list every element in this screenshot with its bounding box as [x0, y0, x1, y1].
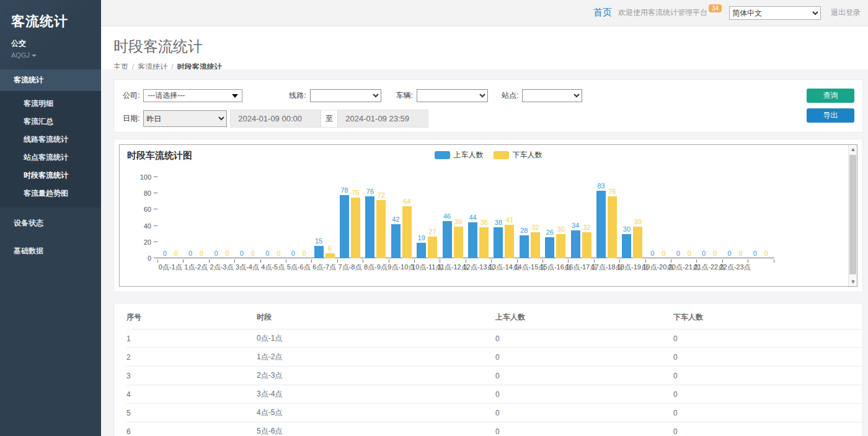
table-cell: 4点-5点 [257, 404, 495, 422]
chart-ylab: 80 [120, 190, 151, 197]
chart-dlab: 0 [292, 250, 317, 257]
table-panel: 序号时段上车人数下车人数 10点-1点0021点-2点0032点-3点0043点… [113, 303, 863, 436]
chart-panel: 时段车流统计图 上车人数下车人数 0204060801000点-1点1点-2点2… [113, 139, 863, 292]
chart-ytick [154, 193, 157, 193]
table-body: 10点-1点0021点-2点0032点-3点0043点-4点0054点-5点00… [126, 329, 862, 436]
table-cell: 0 [495, 348, 673, 367]
table-header-2: 上车人数 [495, 303, 673, 329]
chart-bar [402, 206, 412, 258]
org-code-dropdown[interactable]: AQGJ [11, 51, 90, 59]
chart-dlab: 64 [394, 198, 419, 205]
language-select[interactable]: 简体中文 [729, 6, 821, 20]
chart-bar [582, 232, 591, 258]
date-preset-select[interactable]: 昨日 [143, 110, 227, 127]
company-select[interactable]: ---请选择--- [143, 89, 242, 102]
chart-bar [596, 191, 606, 258]
chart-bar [365, 196, 374, 258]
scroll-up-arrow-icon[interactable]: ▲ [849, 145, 857, 154]
date-label: 日期: [123, 113, 140, 124]
station-label: 站点: [502, 90, 518, 101]
table-header-row: 序号时段上车人数下车人数 [126, 303, 862, 329]
notification-badge[interactable]: 34 [709, 4, 722, 12]
vehicle-select[interactable] [417, 89, 488, 102]
date-end-input[interactable] [338, 110, 428, 127]
sidebar-submenu: 客流明细客流汇总线路客流统计站点客流统计时段客流统计客流量趋势图 [0, 91, 101, 207]
station-select[interactable] [522, 89, 582, 102]
chart-bar [326, 253, 335, 258]
export-button[interactable]: 导出 [807, 108, 854, 123]
table-cell: 0 [673, 329, 862, 348]
chart-ylab: 100 [120, 173, 151, 181]
org-name: 公交 [11, 38, 90, 49]
sidebar-subitem-2[interactable]: 线路客流统计 [0, 131, 101, 149]
table-cell: 0 [673, 367, 862, 385]
table-cell: 3点-4点 [257, 385, 495, 404]
chart-dlab: 39 [626, 218, 650, 225]
chart-dlab: 32 [574, 224, 599, 231]
date-to-label: 至 [321, 110, 338, 127]
sidebar-item-0[interactable]: 客流统计 [0, 69, 101, 91]
chart-bar [520, 235, 529, 258]
chart-vertical-scrollbar[interactable]: ▲ ▼ [848, 145, 857, 286]
chart-ytick [154, 242, 157, 242]
table-cell: 0 [673, 348, 862, 367]
time-period-table: 序号时段上车人数下车人数 10点-1点0021点-2点0032点-3点0043点… [126, 303, 862, 436]
chart-bar [479, 227, 489, 258]
sidebar-subitem-0[interactable]: 客流明细 [0, 95, 101, 113]
company-label: 公司: [123, 90, 140, 101]
chart-xaxis [157, 258, 774, 258]
table-cell: 5 [126, 404, 257, 422]
table-cell: 0 [673, 422, 862, 436]
table-cell: 4 [126, 385, 257, 404]
table-header-0: 序号 [126, 303, 257, 329]
sidebar: 客流统计 公交 AQGJ 客流统计客流明细客流汇总线路客流统计站点客流统计时段客… [0, 0, 101, 436]
date-range-group: 至 [230, 110, 428, 128]
chart-dlab: 72 [369, 191, 394, 199]
table-cell: 6 [126, 422, 257, 436]
chart-dlab: 41 [497, 216, 522, 224]
sidebar-subitem-5[interactable]: 客流量趋势图 [0, 185, 101, 203]
table-row: 21点-2点00 [126, 348, 862, 367]
company-select-value: ---请选择--- [148, 90, 185, 101]
chart-bar [376, 200, 386, 258]
home-link[interactable]: 首页 [593, 7, 612, 19]
chart-ytick [154, 209, 157, 209]
sidebar-nav: 客流统计客流明细客流汇总线路客流统计站点客流统计时段客流统计客流量趋势图设备状态… [0, 69, 101, 263]
chart-xtick [774, 259, 774, 263]
chart-ytick [154, 225, 157, 226]
chart-bar [428, 237, 437, 258]
chart-ylab: 20 [120, 238, 151, 246]
table-cell: 1点-2点 [257, 348, 495, 367]
chart-bar [494, 227, 503, 258]
table-cell: 0 [495, 404, 673, 422]
table-header-3: 下车人数 [673, 303, 862, 329]
top-navbar: 首页 欢迎使用客流统计管理平台 34 简体中文 退出登录 [101, 0, 868, 26]
chart-ylab: 60 [120, 206, 151, 213]
chart-xlab: 22点-23点 [719, 263, 751, 272]
table-cell: 2 [126, 348, 257, 367]
scrollbar-thumb[interactable] [849, 155, 856, 274]
sidebar-subitem-1[interactable]: 客流汇总 [0, 113, 101, 131]
chart-ytick [154, 177, 157, 177]
table-cell: 0 [495, 367, 673, 385]
dropdown-arrow-icon [232, 94, 238, 98]
sidebar-item-1[interactable]: 设备状态 [0, 211, 101, 235]
chart-dlab: 76 [600, 188, 625, 195]
query-button[interactable]: 查询 [807, 89, 854, 103]
chart-ylab: 0 [120, 255, 151, 262]
logout-link[interactable]: 退出登录 [831, 7, 861, 18]
line-label: 线路: [289, 90, 306, 101]
chart-plot-area: 0204060801000点-1点1点-2点2点-3点3点-4点4点-5点5点-… [120, 145, 848, 286]
sidebar-item-2[interactable]: 基础数据 [0, 239, 101, 263]
chart-dlab: 15 [306, 237, 331, 245]
filter-panel: 公司: ---请选择--- 线路: 车辆: 站点: 日期: 昨日 至 查询 导 [113, 79, 863, 133]
chart-bar [571, 230, 580, 258]
table-cell: 0 [673, 385, 862, 404]
table-row: 43点-4点00 [126, 385, 862, 404]
scroll-down-arrow-icon[interactable]: ▼ [849, 277, 857, 286]
chart-bar [468, 222, 477, 258]
line-select[interactable] [310, 89, 381, 102]
sidebar-subitem-4[interactable]: 时段客流统计 [0, 167, 101, 185]
date-start-input[interactable] [231, 110, 321, 127]
sidebar-subitem-3[interactable]: 站点客流统计 [0, 149, 101, 167]
